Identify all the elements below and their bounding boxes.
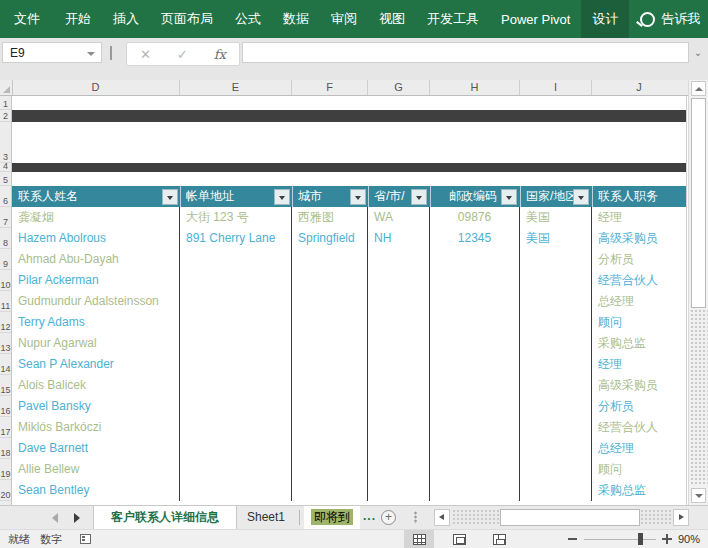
zoom-in-button[interactable] [662, 534, 672, 544]
row-header-2[interactable]: 2 [0, 110, 11, 122]
row-header-6[interactable]: 6 [0, 186, 11, 207]
vertical-scroll-thumb[interactable] [691, 98, 706, 308]
cell-country[interactable]: 美国 [520, 228, 591, 249]
table-row[interactable]: Alois Balicek 高级采购员 [0, 375, 686, 396]
sheet-tab-customer-contacts[interactable]: 客户联系人详细信息 [93, 506, 237, 529]
cell-contact-name[interactable]: Alois Balicek [12, 375, 179, 396]
formula-input[interactable] [242, 42, 689, 63]
table-row[interactable]: Dave Barnett 总经理 [0, 438, 686, 459]
filter-button-billing-address[interactable] [274, 189, 290, 205]
table-row[interactable]: Nupur Agarwal 采购总监 [0, 333, 686, 354]
tab-home[interactable]: 开始 [54, 0, 102, 38]
cell-title[interactable]: 经营合伙人 [592, 270, 686, 291]
header-contact-name[interactable]: 联系人姓名 [12, 186, 179, 207]
vertical-scrollbar[interactable] [688, 80, 708, 505]
cell-title[interactable]: 总经理 [592, 438, 686, 459]
cell-contact-name[interactable]: Pilar Ackerman [12, 270, 179, 291]
cell-title[interactable]: 高级采购员 [592, 228, 686, 249]
cell-contact-name[interactable]: Ahmad Abu-Dayah [12, 249, 179, 270]
scroll-up-button[interactable] [691, 81, 706, 96]
filter-button-state[interactable] [411, 189, 427, 205]
filter-button-zip[interactable] [501, 189, 517, 205]
cell-contact-name[interactable]: 龚凝烟 [12, 207, 179, 228]
tab-power-pivot[interactable]: Power Pivot [490, 0, 581, 38]
dark-band-row-4[interactable] [12, 163, 686, 172]
cell-title[interactable]: 经理 [592, 354, 686, 375]
filter-button-country[interactable] [573, 189, 589, 205]
table-row[interactable]: Ahmad Abu-Dayah 分析员 [0, 249, 686, 270]
cell-title[interactable]: 经营合伙人 [592, 417, 686, 438]
cell-contact-name[interactable]: Allie Bellew [12, 459, 179, 480]
cell-billing-address[interactable]: 891 Cherry Lane [180, 228, 291, 249]
zoom-slider-track[interactable] [584, 539, 656, 540]
tab-data[interactable]: 数据 [272, 0, 320, 38]
hscroll-left-button[interactable] [434, 509, 450, 526]
cell-contact-name[interactable]: Sean P Alexander [12, 354, 179, 375]
cell-title[interactable]: 采购总监 [592, 480, 686, 501]
table-row[interactable]: 龚凝烟 大街 123 号 西雅图 WA 09876 美国 经理 [0, 207, 686, 228]
cell-title[interactable]: 分析员 [592, 249, 686, 270]
cell-contact-name[interactable]: Gudmundur Adalsteinsson [12, 291, 179, 312]
new-sheet-button[interactable]: + [381, 510, 396, 525]
cell-city[interactable]: Springfield [292, 228, 367, 249]
cell-title[interactable]: 分析员 [592, 396, 686, 417]
formula-bar-expand-icon[interactable]: ⌄ [692, 44, 704, 62]
cell-state[interactable]: WA [368, 207, 429, 228]
cell-contact-name[interactable]: Dave Barnett [12, 438, 179, 459]
tab-insert[interactable]: 插入 [102, 0, 150, 38]
cell-contact-name[interactable]: Miklós Barkóczi [12, 417, 179, 438]
enter-icon[interactable]: ✓ [177, 47, 188, 62]
table-row[interactable]: Allie Bellew 顾问 [0, 459, 686, 480]
cell-zip[interactable]: 12345 [430, 228, 519, 249]
namebox-splitter[interactable] [110, 46, 112, 60]
macro-record-icon[interactable] [80, 534, 91, 544]
cell-state[interactable]: NH [368, 228, 429, 249]
table-row[interactable]: Terry Adams 顾问 [0, 312, 686, 333]
tab-file[interactable]: 文件 [0, 0, 54, 38]
cell-city[interactable]: 西雅图 [292, 207, 367, 228]
cell-contact-name[interactable]: Pavel Bansky [12, 396, 179, 417]
horizontal-scroll-thumb[interactable] [500, 509, 640, 526]
column-header-h[interactable]: H [430, 80, 520, 95]
worksheet-grid[interactable]: 1 2 3 4 5 6 7 8 9 10 11 12 13 14 15 16 1… [0, 96, 688, 505]
chevron-down-icon[interactable] [87, 52, 95, 56]
table-row[interactable]: Miklós Barkóczi 经营合伙人 [0, 417, 686, 438]
filter-button-contact-name[interactable] [162, 189, 178, 205]
name-box[interactable]: E9 [2, 42, 102, 63]
sheet-tab-overflow[interactable]: ... [363, 506, 376, 529]
table-row[interactable]: Gudmundur Adalsteinsson 总经理 [0, 291, 686, 312]
tab-review[interactable]: 审阅 [320, 0, 368, 38]
row-header-5[interactable]: 5 [0, 172, 11, 186]
normal-view-button[interactable] [404, 530, 434, 548]
column-header-g[interactable]: G [368, 80, 430, 95]
zoom-slider-thumb[interactable] [638, 533, 643, 545]
table-row[interactable]: Sean Bentley 采购总监 [0, 480, 686, 501]
cell-billing-address[interactable]: 大街 123 号 [180, 207, 291, 228]
hscroll-right-button[interactable] [673, 509, 689, 526]
cell-title[interactable]: 顾问 [592, 312, 686, 333]
filter-button-city[interactable] [350, 189, 366, 205]
sheet-tab-renaming[interactable]: 即将到 [304, 506, 360, 529]
page-layout-view-button[interactable] [444, 530, 474, 548]
zoom-out-button[interactable] [568, 538, 577, 540]
tab-scroll-splitter[interactable] [414, 511, 417, 524]
dark-band-row-2[interactable] [12, 110, 686, 122]
scroll-down-button[interactable] [691, 488, 706, 503]
row-header-1[interactable]: 1 [0, 96, 11, 110]
cell-title[interactable]: 总经理 [592, 291, 686, 312]
tab-developer[interactable]: 开发工具 [416, 0, 490, 38]
column-header-j[interactable]: J [592, 80, 686, 95]
sheet-nav-left-icon[interactable] [52, 513, 58, 523]
cell-contact-name[interactable]: Terry Adams [12, 312, 179, 333]
cell-contact-name[interactable]: Sean Bentley [12, 480, 179, 501]
column-header-e[interactable]: E [180, 80, 292, 95]
sheet-nav-right-icon[interactable] [74, 513, 80, 523]
vertical-scroll-track[interactable] [690, 309, 708, 486]
cell-country[interactable]: 美国 [520, 207, 591, 228]
tab-page-layout[interactable]: 页面布局 [150, 0, 224, 38]
tab-design[interactable]: 设计 [581, 0, 629, 38]
row-header-3[interactable]: 3 [0, 122, 11, 163]
table-row[interactable]: Pilar Ackerman 经营合伙人 [0, 270, 686, 291]
tab-view[interactable]: 视图 [368, 0, 416, 38]
sheet-tab-sheet1[interactable]: Sheet1 [237, 506, 295, 529]
